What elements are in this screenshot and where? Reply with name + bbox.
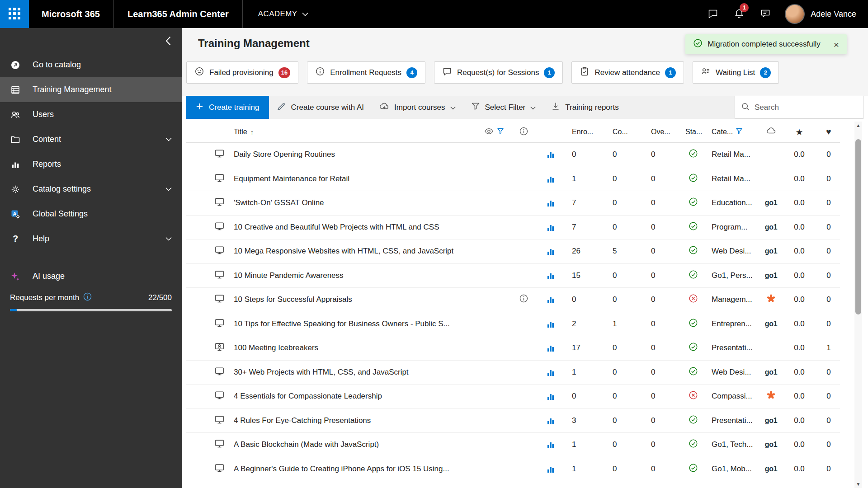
statistics-icon[interactable] [546, 319, 555, 328]
table-row[interactable]: A Beginner's Guide to Creating iPhone Ap… [186, 457, 840, 482]
app-launcher-button[interactable] [0, 0, 29, 28]
success-check-icon [693, 38, 703, 50]
statistics-icon[interactable] [546, 465, 555, 474]
course-title[interactable]: 10 Mega Responsive Websites with HTML, C… [234, 247, 478, 256]
scrollbar-thumb[interactable] [855, 139, 861, 314]
provider-column-header[interactable] [761, 126, 781, 138]
table-row[interactable]: 4 Rules For Eye-Catching Presentations 3… [186, 409, 840, 433]
statistics-icon[interactable] [546, 223, 555, 232]
import-courses-button[interactable]: Import courses [372, 96, 463, 119]
toast-close-button[interactable]: × [834, 40, 839, 49]
failed-provisioning-card[interactable]: Failed provisioning 16 [186, 61, 298, 84]
scroll-down-arrow[interactable]: ▼ [854, 480, 862, 488]
sidebar-item-training-management[interactable]: Training Management [0, 77, 182, 102]
chevron-down-icon[interactable] [165, 187, 172, 191]
table-row[interactable]: 4 Essentials for Compassionate Leadershi… [186, 385, 840, 409]
statistics-icon[interactable] [546, 416, 555, 425]
status-column-header[interactable]: Sta... [682, 128, 704, 136]
statistics-icon[interactable] [546, 247, 555, 256]
rating-column-header[interactable]: ★ [781, 127, 817, 137]
table-row[interactable]: 10 Creative and Beautiful Web Projects w… [186, 216, 840, 240]
training-reports-button[interactable]: Training reports [543, 96, 626, 119]
chevron-down-icon[interactable] [165, 137, 172, 141]
ai-usage-label: AI usage [33, 272, 65, 281]
enrolled-column-header[interactable]: Enro... [564, 128, 605, 136]
statistics-icon[interactable] [546, 392, 555, 401]
sidebar-collapse-button[interactable] [165, 36, 171, 47]
sidebar-item-ai-usage[interactable]: AI usage [0, 264, 182, 289]
scroll-up-arrow[interactable]: ▲ [854, 122, 862, 129]
course-title[interactable]: 10 Steps for Successful Appraisals [234, 295, 478, 304]
statistics-icon[interactable] [546, 440, 555, 449]
search-input[interactable] [755, 103, 857, 112]
filter-icon[interactable] [497, 127, 504, 136]
table-row[interactable]: 30+ Web Projects with HTML, CSS, and Jav… [186, 361, 840, 385]
sidebar-item-label: Users [33, 110, 54, 119]
create-training-button[interactable]: Create training [186, 96, 269, 119]
academy-selector[interactable]: ACADEMY [258, 9, 308, 19]
course-title[interactable]: 10 Tips for Effective Speaking for Busin… [234, 319, 478, 328]
sidebar-item-content[interactable]: Content [0, 127, 182, 152]
select-filter-button[interactable]: Select Filter [463, 96, 544, 119]
waiting-list-card[interactable]: Waiting List 2 [693, 61, 779, 84]
statistics-icon[interactable] [546, 295, 555, 304]
sidebar-item-help[interactable]: ? Help [0, 226, 182, 251]
info-icon[interactable] [83, 292, 92, 303]
table-scrollbar[interactable]: ▲ ▼ [854, 122, 862, 488]
statistics-icon[interactable] [546, 368, 555, 377]
account-menu[interactable]: Adele Vance [778, 4, 868, 24]
statistics-icon[interactable] [546, 271, 555, 280]
enrollment-requests-card[interactable]: Enrollment Requests 4 [307, 61, 425, 84]
course-title[interactable]: 10 Minute Pandemic Awareness [234, 271, 478, 280]
table-row[interactable]: 10 Steps for Successful Appraisals 0 0 [186, 288, 840, 312]
visibility-column-header[interactable] [478, 127, 510, 138]
table-row[interactable]: 'Switch-On' GSSAT Online 7 0 0 [186, 191, 840, 216]
course-title[interactable]: 30+ Web Projects with HTML, CSS, and Jav… [234, 368, 478, 377]
course-title[interactable]: Equipment Maintenance for Retail [234, 174, 478, 183]
likes-column-header[interactable]: ♥ [817, 127, 840, 137]
completed-column-header[interactable]: Co... [605, 128, 643, 136]
table-row[interactable]: 100 Meeting Icebreakers 17 0 0 [186, 336, 840, 361]
table-row[interactable]: 10 Minute Pandemic Awareness 15 0 [186, 264, 840, 288]
course-title[interactable]: 4 Rules For Eye-Catching Presentations [234, 416, 478, 425]
info-icon[interactable] [519, 294, 528, 305]
notifications-button[interactable]: 1 [726, 0, 752, 28]
app-title[interactable]: Learn365 Admin Center [127, 9, 229, 19]
chat-button[interactable] [700, 0, 726, 28]
filter-icon[interactable] [736, 127, 743, 136]
overdue-column-header[interactable]: Ove... [643, 128, 682, 136]
sidebar-item-reports[interactable]: Reports [0, 152, 182, 177]
info-column-header[interactable] [510, 127, 537, 137]
session-requests-card[interactable]: Request(s) for Sessions 1 [434, 61, 563, 84]
rating-value: 0.0 [781, 368, 817, 377]
table-row[interactable]: 10 Tips for Effective Speaking for Busin… [186, 312, 840, 337]
statistics-icon[interactable] [546, 198, 555, 207]
course-title[interactable]: 10 Creative and Beautiful Web Projects w… [234, 223, 478, 232]
course-title[interactable]: A Beginner's Guide to Creating iPhone Ap… [234, 465, 478, 474]
statistics-icon[interactable] [546, 174, 555, 183]
course-title[interactable]: A Basic Blockchain (Made with JavaScript… [234, 440, 478, 449]
sidebar-item-global-settings[interactable]: A Global Settings [0, 202, 182, 226]
sidebar-item-catalog-settings[interactable]: Catalog settings [0, 177, 182, 202]
review-attendance-card[interactable]: Review attendance 1 [571, 61, 684, 84]
scrollbar-track[interactable] [854, 129, 862, 480]
table-row[interactable]: 10 Mega Responsive Websites with HTML, C… [186, 239, 840, 264]
course-title[interactable]: 100 Meeting Icebreakers [234, 343, 478, 352]
chevron-left-icon [165, 40, 171, 47]
sidebar-item-users[interactable]: Users [0, 102, 182, 127]
course-title[interactable]: Daily Store Opening Routines [234, 150, 478, 159]
sidebar-item-go-to-catalog[interactable]: Go to catalog [0, 52, 182, 77]
create-course-ai-button[interactable]: Create course with AI [269, 96, 372, 119]
microsoft-365-brand[interactable]: Microsoft 365 [42, 9, 100, 19]
feedback-button[interactable] [752, 0, 778, 28]
title-column-header[interactable]: Title ↑ [234, 128, 478, 136]
table-row[interactable]: A Basic Blockchain (Made with JavaScript… [186, 433, 840, 457]
course-title[interactable]: 'Switch-On' GSSAT Online [234, 198, 478, 207]
table-row[interactable]: Daily Store Opening Routines 0 0 0 [186, 143, 840, 167]
statistics-icon[interactable] [546, 343, 555, 352]
course-title[interactable]: 4 Essentials for Compassionate Leadershi… [234, 392, 478, 401]
chevron-down-icon[interactable] [165, 237, 172, 241]
statistics-icon[interactable] [546, 150, 555, 159]
category-column-header[interactable]: Cate... [704, 127, 761, 136]
table-row[interactable]: Equipment Maintenance for Retail 1 0 [186, 167, 840, 192]
